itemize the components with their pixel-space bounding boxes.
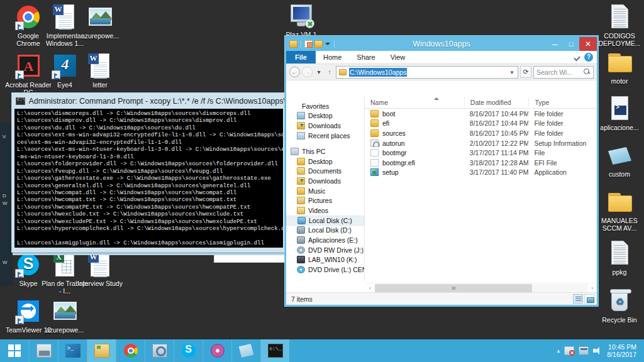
desktop-icon-azurepowe[interactable]: azurepowe... (42, 298, 88, 334)
start-button[interactable] (0, 339, 29, 362)
desktop-icon-custom[interactable]: custom (596, 142, 643, 178)
nav-item-dvd-rw-drive-j-ci[interactable]: DVD RW Drive (J:) CI (286, 245, 364, 255)
table-row[interactable]: bootmgr3/17/2017 11:14 PMFile (365, 148, 597, 158)
nav-item-lab-win10-k[interactable]: LAB_WIN10 (K:) (286, 255, 364, 265)
table-row[interactable]: bootmgr.efi3/18/2017 12:28 AMEFI File (365, 158, 597, 168)
nav-item-downloads[interactable]: Downloads (286, 121, 364, 131)
system-tray[interactable]: ▴ ✕ 10:45 PM 8/16/2017 (557, 339, 644, 362)
desktop-icon-aplicacione[interactable]: aplicacione... (596, 96, 643, 132)
taskbar[interactable]: ▴ ✕ 10:45 PM 8/16/2017 (0, 339, 644, 362)
desktop-icon-letter[interactable]: Wletter (77, 53, 123, 89)
taskbar-sticky-note[interactable] (231, 339, 260, 362)
column-header-date-modified[interactable]: Date modified (464, 97, 529, 109)
nav-item-music[interactable]: Music (286, 186, 364, 196)
desktop[interactable]: Google ChromeWImplementar Windows 1...az… (0, 0, 644, 362)
taskbar-command-prompt[interactable] (260, 339, 289, 362)
desktop-icon-interview-study[interactable]: WInterview Study (77, 251, 123, 288)
large-icons-view-icon[interactable] (584, 294, 594, 304)
network-adapter-icon[interactable] (579, 346, 589, 355)
properties-folder-icon[interactable] (289, 40, 297, 48)
file-list[interactable]: boot8/16/2017 10:44 PMFile folderefi8/16… (365, 109, 597, 177)
nav-item-this-pc[interactable]: This PC (286, 146, 364, 156)
help-icon[interactable]: ? (584, 53, 593, 62)
quick-access-toolbar[interactable] (286, 40, 336, 48)
file-list-pane[interactable]: NameDate modifiedType boot8/16/2017 10:4… (365, 97, 597, 281)
scrollbar-track[interactable] (375, 284, 587, 292)
table-row[interactable]: autorun2/10/2017 12:22 PMSetup Informati… (365, 138, 597, 148)
nav-item-local-disk-c[interactable]: Local Disk (C:) (286, 216, 364, 226)
desktop-icon-azurepowe[interactable]: azurepowe... (77, 4, 123, 40)
tab-home[interactable]: Home (316, 51, 349, 63)
nav-item-pictures[interactable]: Pictures (286, 195, 364, 206)
explorer-titlebar[interactable]: Windows10apps ─ □ ✕ (286, 37, 597, 51)
customize-quick-access-icon[interactable] (325, 41, 331, 47)
up-button[interactable]: ↑ (325, 69, 334, 75)
nav-item-desktop[interactable]: Desktop (286, 111, 364, 121)
nav-item-desktop[interactable]: Desktop (286, 156, 364, 167)
details-view-icon[interactable] (573, 294, 583, 304)
recent-locations-button[interactable]: ▾ (314, 69, 323, 75)
nav-item-videos[interactable]: Videos (286, 206, 364, 216)
desktop-icon-motor[interactable]: motor (596, 49, 643, 85)
nav-item-aplicaciones-e[interactable]: Aplicaciones (E:) (286, 235, 364, 245)
taskbar-powershell[interactable] (58, 339, 87, 362)
table-row[interactable]: sources8/16/2017 10:45 PMFile folder (365, 128, 597, 138)
desktop-icon-ppkg[interactable]: ppkg (596, 240, 643, 277)
nav-item-local-disk-d[interactable]: Local Disk (D:) (286, 226, 364, 236)
address-dropdown-icon[interactable]: ▾ (508, 69, 516, 75)
network-error-icon[interactable]: ✕ (564, 346, 574, 355)
table-row[interactable]: setup3/17/2017 11:40 PMApplication (365, 168, 597, 178)
taskbar-mmc-console[interactable] (145, 339, 174, 362)
tab-share[interactable]: Share (349, 51, 382, 63)
column-header-type[interactable]: Type (528, 97, 597, 109)
paste-icon[interactable] (304, 40, 313, 48)
background-window-left-edge[interactable]: V D W W (0, 123, 13, 286)
command-prompt-output[interactable]: L:\sources\dismcoreps.dll -> C:\Windows1… (14, 109, 283, 248)
taskbar-dvd-media[interactable] (203, 339, 231, 362)
scroll-left-button[interactable]: ‹ (365, 284, 375, 292)
maximize-button[interactable]: □ (563, 37, 579, 51)
chevron-down-icon[interactable] (574, 54, 580, 61)
address-input[interactable]: C:\Windows10apps ▾ (336, 66, 518, 79)
column-headers[interactable]: NameDate modifiedType (365, 97, 597, 109)
window-controls[interactable]: ─ □ ✕ (547, 37, 597, 51)
back-button[interactable]: ← (289, 67, 300, 77)
new-folder-icon[interactable] (314, 40, 323, 48)
file-explorer-window[interactable]: Windows10apps ─ □ ✕ File Home Share View… (286, 36, 597, 305)
volume-icon[interactable] (593, 346, 602, 355)
search-input[interactable]: Search Wi... (533, 66, 594, 79)
nav-item-downloads[interactable]: Downloads (286, 176, 364, 186)
desktop-icon-plaz-vm-1[interactable]: Plaz-VM-1 (278, 3, 325, 39)
nav-item-documents[interactable]: Documents (286, 167, 364, 177)
ribbon-tabs[interactable]: File Home Share View ? (286, 51, 597, 64)
taskbar-skype[interactable] (174, 339, 203, 362)
scroll-right-button[interactable]: › (587, 284, 597, 292)
taskbar-buttons[interactable] (29, 339, 289, 362)
taskbar-file-explorer[interactable] (87, 339, 116, 362)
show-hidden-icons-button[interactable]: ▴ (557, 348, 560, 354)
refresh-button[interactable]: ⟳ (520, 66, 531, 78)
nav-item-favorites[interactable]: Favorites (286, 101, 364, 111)
minimize-button[interactable]: ─ (547, 37, 563, 51)
nav-item-network[interactable]: Network (286, 281, 364, 282)
nav-item-recent-places[interactable]: Recent places (286, 131, 364, 141)
address-bar[interactable]: ← → ▾ ↑ C:\Windows10apps ▾ ⟳ Search Wi..… (286, 64, 597, 80)
table-row[interactable]: boot8/16/2017 10:44 PMFile folder (365, 109, 597, 119)
tab-view[interactable]: View (383, 51, 413, 63)
tab-file[interactable]: File (286, 51, 316, 63)
desktop-icon-recycle-bin[interactable]: Recycle Bin (596, 288, 643, 324)
scrollbar-thumb[interactable] (375, 284, 532, 292)
taskbar-google-chrome[interactable] (116, 339, 145, 362)
desktop-icon-manuales-sccm-av[interactable]: MANUALES SCCM AV... (596, 189, 643, 232)
clock[interactable]: 10:45 PM 8/16/2017 (607, 343, 639, 358)
command-prompt-window[interactable]: Administrator: Command Prompt - xcopy L:… (11, 92, 286, 253)
column-header-name[interactable]: Name (365, 97, 464, 109)
command-prompt-titlebar[interactable]: Administrator: Command Prompt - xcopy L:… (12, 93, 286, 109)
taskbar-server-manager[interactable] (29, 339, 58, 362)
forward-button[interactable]: → (302, 67, 313, 77)
horizontal-scrollbar[interactable]: ‹ › (365, 283, 597, 292)
desktop-icon-codigos-deployme[interactable]: CODIGOS DEPLOYME... (596, 4, 643, 47)
table-row[interactable]: efi8/16/2017 10:44 PMFile folder (365, 119, 597, 129)
nav-item-dvd-drive-l-cena[interactable]: DVD Drive (L:) CENA (286, 265, 364, 275)
close-button[interactable]: ✕ (579, 37, 597, 51)
